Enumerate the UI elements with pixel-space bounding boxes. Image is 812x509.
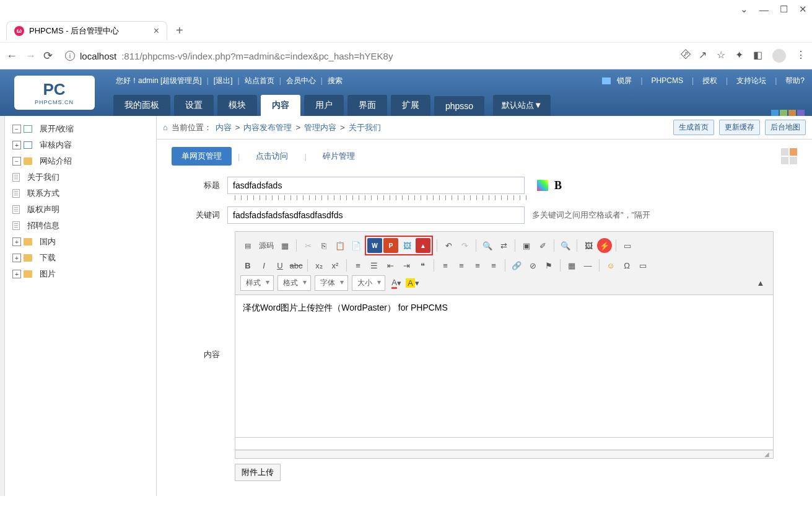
site-selector[interactable]: 默认站点▼: [493, 95, 551, 116]
hr-icon[interactable]: —: [580, 258, 595, 273]
nav-ui[interactable]: 界面: [347, 95, 387, 116]
bullist-icon[interactable]: ☰: [367, 258, 382, 273]
link-icon[interactable]: 🔗: [509, 258, 524, 273]
removeformat-icon[interactable]: ✐: [535, 238, 550, 253]
expand-icon[interactable]: ▲: [753, 276, 768, 291]
forward-button[interactable]: →: [25, 50, 36, 63]
license-link[interactable]: 授权: [702, 76, 717, 86]
sidebar-collapse-bar[interactable]: [0, 116, 5, 496]
nav-users[interactable]: 用户: [304, 95, 344, 116]
paste-pdf-icon[interactable]: ▲: [416, 238, 430, 253]
subscript-icon[interactable]: x₂: [312, 258, 326, 273]
back-button[interactable]: ←: [6, 50, 17, 63]
sidebar-item-images[interactable]: + 图片: [12, 266, 156, 282]
editor-body[interactable]: 泽优Word图片上传控件（WordPaster） for PHPCMS: [235, 295, 774, 438]
sidebar-item-copyright[interactable]: 版权声明: [12, 201, 156, 218]
title-input[interactable]: [227, 177, 525, 194]
align-justify-icon[interactable]: ≡: [486, 258, 501, 273]
align-left-icon[interactable]: ≡: [438, 258, 453, 273]
sidepanel-icon[interactable]: ◧: [753, 49, 762, 63]
nav-my-panel[interactable]: 我的面板: [113, 95, 170, 116]
help-link[interactable]: 帮助?: [785, 76, 805, 86]
layout-switch-icon[interactable]: [781, 148, 797, 164]
home-icon[interactable]: ⌂: [163, 123, 168, 132]
sitemap-button[interactable]: 后台地图: [765, 120, 806, 135]
profile-icon[interactable]: [772, 49, 786, 63]
bookmark-star-icon[interactable]: ☆: [717, 49, 725, 63]
align-center-icon[interactable]: ≡: [454, 258, 469, 273]
resize-grip[interactable]: ◢: [235, 450, 774, 459]
menu-dots-icon[interactable]: ⋮: [796, 49, 806, 63]
minimize-icon[interactable]: ―: [759, 4, 769, 15]
search-link[interactable]: 搜索: [328, 76, 343, 86]
indent-icon[interactable]: ⇥: [399, 258, 414, 273]
iframe-icon[interactable]: ▭: [635, 258, 650, 273]
sidebar-item-download[interactable]: + 下载: [12, 250, 156, 266]
bgcolor-icon[interactable]: A▾: [405, 276, 420, 291]
outdent-icon[interactable]: ⇤: [383, 258, 398, 273]
logout-link[interactable]: [退出]: [214, 76, 233, 86]
align-right-icon[interactable]: ≡: [470, 258, 485, 273]
site-home-link[interactable]: 站点首页: [245, 76, 274, 86]
blockquote-icon[interactable]: ❝: [415, 258, 430, 273]
underline-icon[interactable]: U: [273, 258, 287, 273]
source-button[interactable]: 源码: [256, 241, 276, 251]
refresh-cache-button[interactable]: 更新缓存: [719, 120, 760, 135]
url-display[interactable]: i localhost:811/phpcms-v9/index.php?m=ad…: [60, 48, 673, 64]
paste-image-icon[interactable]: 🖼: [399, 238, 414, 253]
numlist-icon[interactable]: ≡: [351, 258, 365, 273]
style-select[interactable]: 样式: [240, 275, 274, 291]
lockscreen-link[interactable]: 锁屏: [617, 76, 632, 86]
phpcms-link[interactable]: PHPCMS: [652, 76, 683, 85]
ptab-visit[interactable]: 点击访问: [246, 147, 298, 166]
bold-icon[interactable]: B: [240, 258, 255, 273]
ptab-single-page[interactable]: 单网页管理: [172, 147, 232, 166]
share-icon[interactable]: ↗: [699, 49, 707, 63]
maximize-icon[interactable]: ☐: [780, 4, 788, 15]
undo-icon[interactable]: ↶: [441, 238, 456, 253]
sidebar-item-contact[interactable]: 联系方式: [12, 185, 156, 201]
anchor-icon[interactable]: ⚑: [541, 258, 556, 273]
sidebar-item-domestic[interactable]: + 国内: [12, 234, 156, 250]
ptab-fragments[interactable]: 碎片管理: [313, 147, 365, 166]
crumb-content[interactable]: 内容: [216, 122, 232, 133]
nav-extensions[interactable]: 扩展: [391, 95, 430, 116]
italic-icon[interactable]: I: [256, 258, 271, 273]
format-select[interactable]: 格式: [277, 275, 311, 291]
specialchar-icon[interactable]: Ω: [619, 258, 634, 273]
extensions-icon[interactable]: ✦: [735, 49, 743, 63]
attach-button[interactable]: 附件上传: [235, 464, 281, 481]
paste-text-icon[interactable]: 📄: [349, 238, 364, 253]
sidebar-item-expand[interactable]: − 展开/收缩: [12, 121, 156, 137]
flash-icon[interactable]: ⚡: [597, 238, 612, 253]
crumb-manage[interactable]: 管理内容: [304, 122, 336, 133]
picture-icon[interactable]: 🖼: [581, 238, 596, 253]
reload-button[interactable]: ⟳: [43, 49, 53, 63]
chevron-down-icon[interactable]: ⌄: [740, 4, 748, 15]
color-picker-icon[interactable]: [537, 180, 548, 191]
table-icon[interactable]: ▦: [564, 258, 579, 273]
forum-link[interactable]: 支持论坛: [736, 76, 766, 86]
selectall-icon[interactable]: ▣: [519, 238, 534, 253]
member-center-link[interactable]: 会员中心: [286, 76, 316, 86]
redo-icon[interactable]: ↷: [457, 238, 472, 253]
gen-home-button[interactable]: 生成首页: [673, 120, 714, 135]
font-select[interactable]: 字体: [315, 275, 348, 291]
crumb-about[interactable]: 关于我们: [349, 122, 381, 133]
crumb-publish[interactable]: 内容发布管理: [243, 122, 292, 133]
image-icon[interactable]: 🔍: [558, 238, 573, 253]
browser-tab[interactable]: ω PHPCMS - 后台管理中心 ×: [6, 21, 167, 40]
size-select[interactable]: 大小: [352, 275, 385, 291]
theme-switcher[interactable]: [771, 110, 805, 116]
bold-toggle[interactable]: B: [554, 179, 562, 192]
source-icon[interactable]: ▤: [240, 238, 255, 253]
nav-phpsso[interactable]: phpsso: [434, 96, 484, 116]
sidebar-item-site-intro[interactable]: − 网站介绍: [12, 153, 156, 169]
nav-settings[interactable]: 设置: [174, 95, 214, 116]
cut-icon[interactable]: ✂: [300, 238, 315, 253]
pagebreak-icon[interactable]: ▭: [620, 238, 635, 253]
nav-content[interactable]: 内容: [261, 95, 300, 116]
password-key-icon[interactable]: ⚿: [676, 48, 692, 63]
paste-word-icon[interactable]: W: [367, 238, 382, 253]
sidebar-item-jobs[interactable]: 招聘信息: [12, 218, 156, 234]
